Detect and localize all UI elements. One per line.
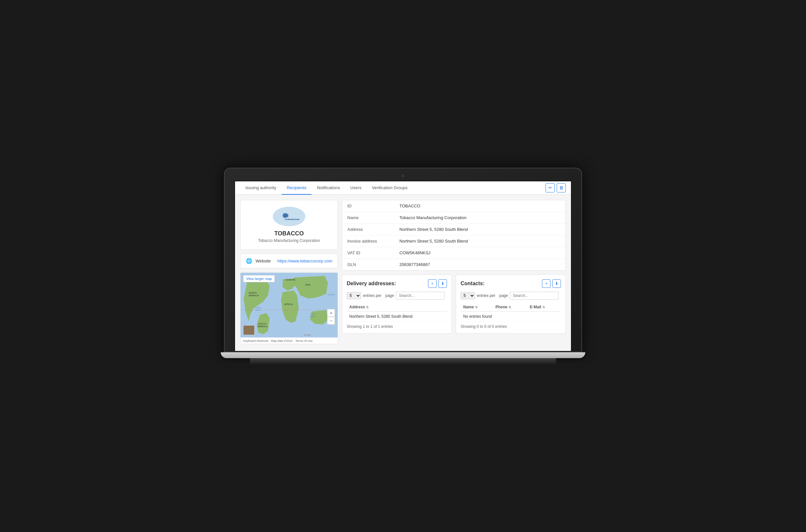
delete-button[interactable]: 🗑 xyxy=(557,183,566,192)
delivery-actions: + ⬇ xyxy=(428,279,447,288)
right-panel: ID TOBACCO Name Tobacco Manufacturing Co… xyxy=(342,200,566,346)
contacts-showing-text: Showing 0 to 0 of 0 entries xyxy=(461,324,561,329)
info-label: Invoice address xyxy=(342,235,394,247)
delivery-page-label: page xyxy=(385,293,394,298)
svg-text:OCEAN: OCEAN xyxy=(328,294,334,296)
delivery-card-header: Delivery addresses: + ⬇ xyxy=(347,279,447,288)
delivery-search-input[interactable] xyxy=(396,292,445,300)
info-label: Address xyxy=(342,223,394,235)
info-value: COW5K48NKSJ xyxy=(394,247,565,259)
company-id: TOBACCO xyxy=(247,230,331,237)
contacts-search-input[interactable] xyxy=(510,292,559,300)
contacts-card-header: Contacts: + ⬇ xyxy=(461,279,561,288)
svg-text:Atlantic: Atlantic xyxy=(255,306,262,308)
left-panel: CORPORATION TOBACCO Tobacco Manufacturin… xyxy=(240,200,338,346)
contacts-actions: + ⬇ xyxy=(542,279,561,288)
bottom-cards: Delivery addresses: + ⬇ 5 10 xyxy=(342,274,566,334)
info-row: ID TOBACCO xyxy=(342,200,565,212)
svg-point-0 xyxy=(277,209,302,224)
svg-text:CORPORATION: CORPORATION xyxy=(285,218,300,221)
contacts-page-label: page xyxy=(499,293,508,298)
info-row: Name Tobacco Manufacturing Corporation xyxy=(342,212,565,223)
contacts-entries-label: entries per xyxy=(477,293,496,298)
contacts-entries-row: 5 10 25 50 entries per page xyxy=(461,292,561,300)
phone-sort-icon[interactable]: ⇅ xyxy=(508,305,511,309)
map-footer: Keyboard shortcuts Map data ©2022 Terms … xyxy=(241,338,338,344)
keyboard-shortcuts-link[interactable]: Keyboard shortcuts xyxy=(243,339,269,343)
contacts-name-header: Name ⇅ xyxy=(461,303,493,311)
name-sort-icon[interactable]: ⇅ xyxy=(475,305,478,309)
info-row: VAT ID COW5K48NKSJ xyxy=(342,247,565,259)
info-label: GLN xyxy=(342,259,394,270)
tab-verification-groups[interactable]: Verification Groups xyxy=(367,182,413,195)
info-value: Northern Street 5, 5280 South Blend xyxy=(394,223,565,235)
svg-text:AMERICA: AMERICA xyxy=(257,325,268,327)
tab-recipients[interactable]: Recipients xyxy=(282,182,312,195)
info-row: Invoice address Northern Street 5, 5280 … xyxy=(342,235,565,247)
contacts-add-button[interactable]: + xyxy=(542,279,551,288)
delivery-title: Delivery addresses: xyxy=(347,281,428,286)
info-label: VAT ID xyxy=(342,247,394,259)
delivery-addresses-card: Delivery addresses: + ⬇ 5 10 xyxy=(342,274,452,334)
contacts-email-header: E-Mail ⇅ xyxy=(527,303,561,311)
svg-text:Google: Google xyxy=(304,334,311,336)
edit-button[interactable]: ✏ xyxy=(545,183,555,192)
delivery-entries-select[interactable]: 5 10 25 50 xyxy=(347,292,361,299)
info-row: GLN 2063877346867 xyxy=(342,259,565,270)
svg-text:ASIA: ASIA xyxy=(305,284,310,286)
view-larger-map-button[interactable]: View larger map xyxy=(243,275,275,282)
info-value: Northern Street 5, 5280 South Blend xyxy=(394,235,565,247)
delivery-add-button[interactable]: + xyxy=(428,279,437,288)
contacts-title: Contacts: xyxy=(461,281,542,286)
info-label: ID xyxy=(342,200,394,212)
terms-link[interactable]: Terms of Use xyxy=(295,339,312,343)
svg-text:Indian: Indian xyxy=(310,313,315,315)
website-url[interactable]: https://www.tobaccocorp.com xyxy=(277,259,332,263)
svg-text:NORTH: NORTH xyxy=(249,292,257,294)
map-thumbnail xyxy=(243,325,254,335)
map-zoom-out-button[interactable]: − xyxy=(327,317,335,325)
delivery-download-button[interactable]: ⬇ xyxy=(439,279,447,288)
camera xyxy=(401,174,405,177)
info-value: 2063877346867 xyxy=(394,259,565,270)
tab-issuing-authority[interactable]: Issuing authority xyxy=(240,182,282,195)
contacts-download-button[interactable]: ⬇ xyxy=(552,279,561,288)
tabs-bar: Issuing authority Recipients Notificatio… xyxy=(235,182,571,195)
map-data-label: Map data ©2022 xyxy=(271,339,293,343)
tab-users[interactable]: Users xyxy=(345,182,367,195)
map-controls: + − xyxy=(327,309,335,325)
delivery-entries-row: 5 10 25 50 entries per page xyxy=(347,292,447,300)
svg-text:AMERICA: AMERICA xyxy=(249,294,259,297)
contacts-table: Name ⇅ Phone ⇅ xyxy=(461,303,561,322)
contacts-entries-select[interactable]: 5 10 25 50 xyxy=(461,292,475,299)
info-value: TOBACCO xyxy=(394,200,565,212)
address-sort-icon[interactable]: ⇅ xyxy=(366,305,368,309)
laptop-base xyxy=(221,352,585,358)
email-sort-icon[interactable]: ⇅ xyxy=(542,305,545,309)
svg-text:Ocean: Ocean xyxy=(255,309,261,310)
map-zoom-in-button[interactable]: + xyxy=(327,309,335,317)
svg-text:EUROPE: EUROPE xyxy=(286,279,295,281)
globe-icon: 🌐 xyxy=(246,258,252,264)
map-area: View larger map xyxy=(241,272,338,338)
info-label: Name xyxy=(342,212,394,223)
contacts-no-entries: No entries found xyxy=(461,311,561,321)
laptop-reflection xyxy=(250,358,556,365)
delivery-row: Northern Street 5, 5280 South Blend xyxy=(347,311,447,321)
info-card: ID TOBACCO Name Tobacco Manufacturing Co… xyxy=(342,200,566,270)
world-map-svg: NORTH AMERICA EUROPE ASIA AFRICA SOUTH A… xyxy=(241,272,338,338)
delivery-address-header: Address ⇅ xyxy=(347,303,447,311)
app: Issuing authority Recipients Notificatio… xyxy=(235,182,571,351)
tab-notifications[interactable]: Notifications xyxy=(311,182,345,195)
delivery-table: Address ⇅ Northern Street 5, 5280 South … xyxy=(347,303,447,322)
delivery-showing-text: Showing 1 to 1 of 1 entries xyxy=(347,324,447,329)
svg-rect-2 xyxy=(283,214,288,217)
delivery-entries-label: entries per xyxy=(363,293,382,298)
laptop-body: Issuing authority Recipients Notificatio… xyxy=(224,168,582,352)
company-logo-svg: CORPORATION xyxy=(276,208,302,225)
map-card: View larger map xyxy=(240,272,338,344)
delivery-address-cell: Northern Street 5, 5280 South Blend xyxy=(347,311,447,321)
website-label: Website xyxy=(255,259,271,263)
laptop-wrapper: Issuing authority Recipients Notificatio… xyxy=(224,168,582,365)
tabs-actions: ✏ 🗑 xyxy=(545,183,566,192)
